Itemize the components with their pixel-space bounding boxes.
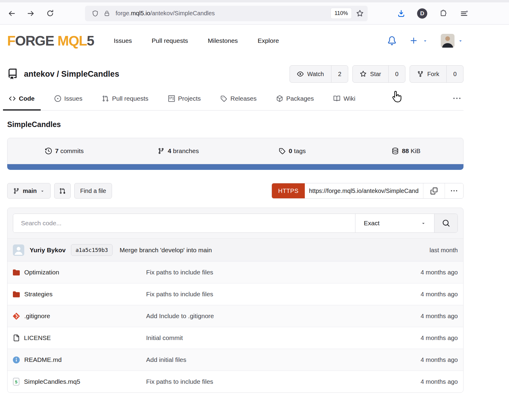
file-row[interactable]: .gitignoreAdd Include to .gitignore4 mon… xyxy=(7,305,463,327)
code-search-bar: Exact xyxy=(13,214,458,233)
eye-icon xyxy=(297,71,304,77)
commit-author-avatar[interactable] xyxy=(13,244,24,256)
back-button[interactable] xyxy=(5,7,19,20)
nav-pull-requests[interactable]: Pull requests xyxy=(152,37,188,44)
browser-toolbar: forge.mql5.io/antekov/SimpleCandles 110%… xyxy=(0,2,509,25)
stat-tags[interactable]: 0 tags xyxy=(235,147,349,155)
language-bar[interactable] xyxy=(7,164,463,170)
stat-branches[interactable]: 4 branches xyxy=(122,147,236,155)
package-icon xyxy=(276,95,283,102)
repo-name-link[interactable]: SimpleCandles xyxy=(61,70,119,78)
file-commit-message-link[interactable]: Fix paths to include files xyxy=(146,378,389,385)
address-bar[interactable]: forge.mql5.io/antekov/SimpleCandles 110% xyxy=(85,6,368,21)
url-text: forge.mql5.io/antekov/SimpleCandles xyxy=(116,10,215,17)
fork-count[interactable]: 0 xyxy=(446,66,463,82)
zoom-level-badge[interactable]: 110% xyxy=(331,8,352,19)
stat-commits[interactable]: 7 commits xyxy=(7,147,122,155)
lock-icon[interactable] xyxy=(104,10,110,17)
chevron-down-icon xyxy=(40,189,45,193)
info-icon xyxy=(13,356,20,363)
avatar xyxy=(441,34,455,48)
svg-text:5: 5 xyxy=(15,380,17,384)
shield-icon[interactable] xyxy=(92,10,99,17)
site-header: FORGEMQL5 Issues Pull requests Milestone… xyxy=(0,25,509,57)
stat-size[interactable]: 88 KiB xyxy=(349,147,463,155)
file-commit-message-link[interactable]: Add Include to .gitignore xyxy=(146,312,389,320)
file-row[interactable]: StrategiesFix paths to include files4 mo… xyxy=(7,283,463,305)
search-input[interactable] xyxy=(13,214,355,232)
star-count[interactable]: 0 xyxy=(388,66,405,82)
file-name-link[interactable]: README.md xyxy=(24,356,62,363)
git-icon xyxy=(13,313,20,320)
tab-releases[interactable]: Releases xyxy=(219,87,258,110)
site-nav: Issues Pull requests Milestones Explore xyxy=(114,37,279,44)
search-icon xyxy=(442,219,450,227)
nav-explore[interactable]: Explore xyxy=(257,37,279,44)
search-mode-dropdown[interactable]: Exact xyxy=(355,214,434,232)
extensions-icon[interactable] xyxy=(437,7,449,19)
folder-icon xyxy=(13,291,20,298)
file-commit-time: 4 months ago xyxy=(389,269,458,276)
tab-code[interactable]: Code xyxy=(7,87,37,110)
file-row[interactable]: README.mdAdd initial files4 months ago xyxy=(7,349,463,371)
tab-projects[interactable]: Projects xyxy=(166,87,203,110)
create-new-button[interactable] xyxy=(410,37,428,45)
clone-url-input[interactable] xyxy=(305,183,423,198)
mq5-icon: 5 xyxy=(13,378,19,386)
notifications-bell-icon[interactable] xyxy=(387,36,396,45)
https-protocol-button[interactable]: HTTPS xyxy=(272,183,305,198)
chevron-down-icon xyxy=(423,38,428,43)
commit-hash-badge[interactable]: a1a5c159b3 xyxy=(71,244,112,256)
tab-packages[interactable]: Packages xyxy=(275,87,316,110)
file-icon xyxy=(13,335,19,341)
nav-issues[interactable]: Issues xyxy=(114,37,132,44)
branch-selector[interactable]: main xyxy=(7,183,51,199)
menu-icon[interactable] xyxy=(458,7,470,19)
file-commit-message-link[interactable]: Initial commit xyxy=(146,334,389,342)
file-row[interactable]: LICENSEInitial commit4 months ago xyxy=(7,327,463,349)
tab-issues[interactable]: Issues xyxy=(53,87,84,110)
folder-icon xyxy=(13,269,20,276)
reload-button[interactable] xyxy=(43,7,57,20)
watch-button[interactable]: Watch 2 xyxy=(290,65,348,83)
nav-milestones[interactable]: Milestones xyxy=(208,37,238,44)
clone-url-control: HTTPS xyxy=(272,183,463,199)
clone-more-button[interactable] xyxy=(445,183,463,198)
downloads-icon[interactable] xyxy=(395,7,407,19)
tab-pull-requests[interactable]: Pull requests xyxy=(100,87,150,110)
file-name-link[interactable]: LICENSE xyxy=(24,334,51,342)
git-branch-icon xyxy=(158,148,164,154)
file-name-link[interactable]: Optimization xyxy=(24,269,59,276)
copy-url-button[interactable] xyxy=(423,183,445,198)
compare-button[interactable] xyxy=(54,183,71,199)
file-commit-time: 4 months ago xyxy=(389,378,458,385)
file-commit-message-link[interactable]: Fix paths to include files xyxy=(146,291,389,298)
find-file-button[interactable]: Find a file xyxy=(74,183,112,199)
tag-icon xyxy=(220,95,227,102)
file-name-link[interactable]: Strategies xyxy=(24,291,53,298)
forward-button[interactable] xyxy=(24,7,38,20)
file-commit-message-link[interactable]: Add initial files xyxy=(146,356,389,363)
file-row[interactable]: OptimizationFix paths to include files4 … xyxy=(7,261,463,283)
repo-owner-link[interactable]: antekov xyxy=(24,70,54,78)
profile-account-icon[interactable]: D xyxy=(416,7,428,19)
file-row[interactable]: 5SimpleCandles.mq5Fix paths to include f… xyxy=(7,371,463,392)
repo-tabs: Code Issues Pull requests Projects Relea… xyxy=(7,87,463,111)
repo-header: antekov / SimpleCandles Watch 2 Star 0 F… xyxy=(7,65,463,83)
search-button[interactable] xyxy=(434,214,458,232)
file-commit-message-link[interactable]: Fix paths to include files xyxy=(146,269,389,276)
commit-author-name[interactable]: Yuriy Bykov xyxy=(30,247,66,254)
forge-mql5-logo[interactable]: FORGEMQL5 xyxy=(7,33,94,49)
star-button[interactable]: Star 0 xyxy=(352,65,405,83)
file-name-link[interactable]: SimpleCandles.mq5 xyxy=(24,378,80,385)
tab-wiki[interactable]: Wiki xyxy=(332,87,357,110)
fork-button[interactable]: Fork 0 xyxy=(410,65,463,83)
commit-message-link[interactable]: Merge branch 'develop' into main xyxy=(120,247,212,254)
page-title: SimpleCandles xyxy=(7,120,463,129)
bookmark-star-icon[interactable] xyxy=(356,10,363,17)
watch-count[interactable]: 2 xyxy=(331,66,348,82)
tab-more-kebab[interactable] xyxy=(450,87,463,110)
user-menu[interactable] xyxy=(441,34,463,48)
file-name-link[interactable]: .gitignore xyxy=(24,312,50,320)
file-commit-time: 4 months ago xyxy=(389,334,458,342)
